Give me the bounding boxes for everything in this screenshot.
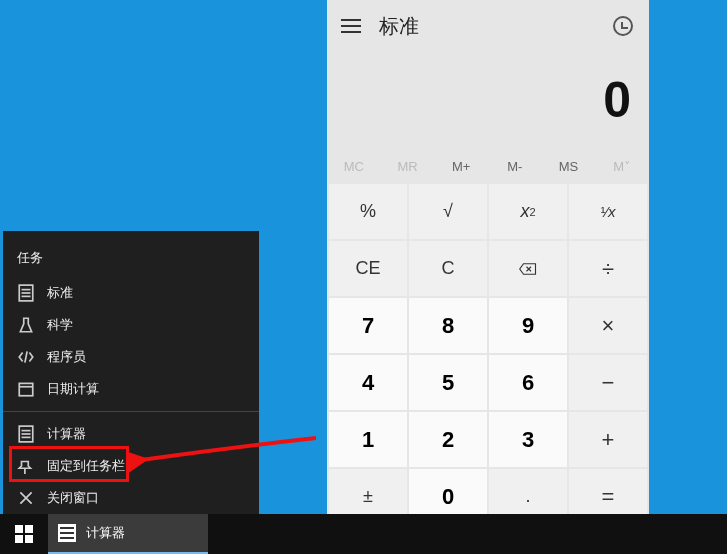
mem-mminus[interactable]: M- (488, 148, 542, 184)
jumplist-close[interactable]: 关闭窗口 (3, 482, 259, 514)
jumplist-task-label: 标准 (47, 284, 73, 302)
key-9[interactable]: 9 (489, 298, 567, 353)
key-square[interactable]: x2 (489, 184, 567, 239)
key-5[interactable]: 5 (409, 355, 487, 410)
pin-icon (17, 457, 35, 475)
jumplist-close-label: 关闭窗口 (47, 489, 99, 507)
key-multiply[interactable]: × (569, 298, 647, 353)
calc-header: 标准 (327, 0, 649, 52)
key-c[interactable]: C (409, 241, 487, 296)
jumplist-pin[interactable]: 固定到任务栏 (3, 450, 259, 482)
jumplist-task-date[interactable]: 日期计算 (3, 373, 259, 405)
calc-display: 0 (327, 52, 649, 148)
calc-icon (58, 524, 76, 542)
start-button[interactable] (0, 514, 48, 554)
taskbar: 计算器 (0, 514, 727, 554)
mem-mc[interactable]: MC (327, 148, 381, 184)
calc-mode-label: 标准 (379, 13, 419, 40)
mem-ms[interactable]: MS (542, 148, 596, 184)
history-icon[interactable] (613, 16, 633, 36)
keypad: % √ x2 ¹∕x CE C ÷ 7 8 9 × 4 5 6 − 1 2 3 … (327, 184, 649, 526)
jumplist-task-standard[interactable]: 标准 (3, 277, 259, 309)
mem-mdrop[interactable]: M˅ (595, 148, 649, 184)
jumplist-app[interactable]: 计算器 (3, 418, 259, 450)
svg-rect-12 (15, 535, 23, 543)
jumplist-task-label: 日期计算 (47, 380, 99, 398)
key-6[interactable]: 6 (489, 355, 567, 410)
key-plus[interactable]: + (569, 412, 647, 467)
jumplist-pin-label: 固定到任务栏 (47, 457, 125, 475)
jumplist-task-label: 科学 (47, 316, 73, 334)
close-icon (17, 489, 35, 507)
memory-row: MC MR M+ M- MS M˅ (327, 148, 649, 184)
jumplist: 任务 标准 科学 程序员 日期计算 (3, 231, 259, 514)
calculator-window: 标准 0 MC MR M+ M- MS M˅ % √ x2 ¹∕x CE C ÷… (327, 0, 649, 514)
jumplist-separator (3, 411, 259, 412)
jumplist-tasks-title: 任务 (3, 231, 259, 277)
jumplist-task-scientific[interactable]: 科学 (3, 309, 259, 341)
jumplist-app-label: 计算器 (47, 425, 86, 443)
windows-icon (15, 525, 33, 543)
key-minus[interactable]: − (569, 355, 647, 410)
flask-icon (17, 316, 35, 334)
calendar-icon (17, 380, 35, 398)
key-4[interactable]: 4 (329, 355, 407, 410)
mem-mr[interactable]: MR (381, 148, 435, 184)
svg-rect-10 (15, 525, 23, 533)
key-percent[interactable]: % (329, 184, 407, 239)
key-reciprocal[interactable]: ¹∕x (569, 184, 647, 239)
key-1[interactable]: 1 (329, 412, 407, 467)
menu-icon[interactable] (341, 19, 361, 33)
desktop: 标准 0 MC MR M+ M- MS M˅ % √ x2 ¹∕x CE C ÷… (0, 0, 727, 514)
taskbar-app-button[interactable]: 计算器 (48, 514, 208, 554)
key-2[interactable]: 2 (409, 412, 487, 467)
backspace-icon (519, 260, 537, 278)
calc-icon (17, 284, 35, 302)
svg-rect-13 (25, 535, 33, 543)
mem-mplus[interactable]: M+ (434, 148, 488, 184)
key-backspace[interactable] (489, 241, 567, 296)
key-divide[interactable]: ÷ (569, 241, 647, 296)
key-sqrt[interactable]: √ (409, 184, 487, 239)
key-7[interactable]: 7 (329, 298, 407, 353)
key-3[interactable]: 3 (489, 412, 567, 467)
svg-rect-11 (25, 525, 33, 533)
key-8[interactable]: 8 (409, 298, 487, 353)
jumplist-task-label: 程序员 (47, 348, 86, 366)
jumplist-task-programmer[interactable]: 程序员 (3, 341, 259, 373)
code-icon (17, 348, 35, 366)
taskbar-app-label: 计算器 (86, 524, 125, 542)
app-icon (17, 425, 35, 443)
svg-rect-4 (19, 383, 33, 395)
key-ce[interactable]: CE (329, 241, 407, 296)
